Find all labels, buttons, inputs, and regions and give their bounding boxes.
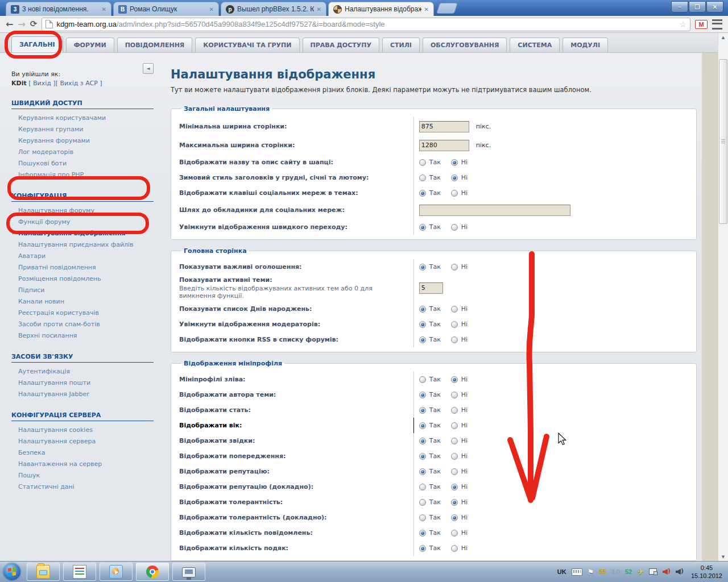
radio-no[interactable] [451,190,458,197]
acp-tab-форуми[interactable]: ФОРУМИ [66,38,114,52]
radio-yes[interactable] [419,159,426,166]
airplane-tray-icon[interactable]: ✈ [637,567,644,576]
taskbar-app-explorer[interactable] [27,563,60,581]
radio-no[interactable] [451,438,458,444]
acp-tab-модулі[interactable]: МОДУЛІ [562,38,608,52]
sidebar-item[interactable]: Керування групами [11,124,154,135]
sidebar-item[interactable]: Керування користувачами [11,113,154,124]
acp-tab-користувачі та групи[interactable]: КОРИСТУВАЧІ ТА ГРУПИ [195,38,299,52]
new-tab-button[interactable] [436,3,458,14]
tab-close-icon[interactable]: ✕ [317,6,321,13]
sidebar-item[interactable]: Налаштування Jabber [11,389,154,400]
logout-acp-link[interactable]: [ Вихід з ACP ] [56,80,102,87]
sidebar-collapse-button[interactable]: ◄ [143,63,154,74]
sidebar-item[interactable]: Інформація про PHP [11,169,154,181]
radio-yes[interactable] [419,453,426,460]
bookmark-star-icon[interactable]: ☆ [679,20,686,29]
radio-yes[interactable] [419,484,426,490]
network-icon[interactable] [649,568,657,575]
radio-no[interactable] [451,321,458,328]
muted-speaker-icon[interactable] [663,568,671,575]
radio-no[interactable] [451,159,458,166]
acp-tab-загальні[interactable]: ЗАГАЛЬНІ [11,36,63,52]
radio-yes[interactable] [419,336,426,343]
sidebar-item[interactable]: Налаштування відображення [11,228,154,239]
sidebar-item[interactable]: Канали новин [11,296,154,307]
language-indicator[interactable]: UK [557,568,566,575]
radio-no[interactable] [451,422,458,429]
acp-tab-стилі[interactable]: СТИЛІ [382,38,420,52]
radio-no[interactable] [451,530,458,537]
radio-no[interactable] [451,499,458,506]
scrollbar-thumb[interactable] [719,59,727,224]
radio-yes[interactable] [419,264,426,271]
back-button[interactable]: ← [6,20,13,29]
radio-no[interactable] [451,174,458,181]
sidebar-item[interactable]: Приватні повідомлення [11,262,154,273]
radio-yes[interactable] [419,514,426,521]
sidebar-item[interactable]: Навантаження на сервер [11,459,154,470]
radio-yes[interactable] [419,407,426,414]
radio-no[interactable] [451,453,458,460]
browser-tab[interactable]: Налаштування відображе✕ [328,2,434,16]
radio-no[interactable] [451,468,458,475]
radio-no[interactable] [451,514,458,521]
radio-yes[interactable] [419,224,426,231]
keyboard-icon[interactable] [572,568,582,576]
sidebar-item[interactable]: Безпека [11,447,154,459]
tab-close-icon[interactable]: ✕ [424,6,429,13]
setting-input[interactable] [419,205,570,216]
radio-no[interactable] [451,376,458,383]
browser-tab[interactable]: BРоман Олищук✕ [113,2,219,16]
sidebar-item[interactable]: Підписи [11,285,154,296]
tab-close-icon[interactable]: ✕ [209,6,214,13]
radio-yes[interactable] [419,174,426,181]
sidebar-item[interactable]: Налаштування cookies [11,425,154,436]
sidebar-item[interactable]: Керування форумами [11,135,154,147]
sidebar-item[interactable]: Засоби проти спам-ботів [11,319,154,330]
radio-no[interactable] [451,392,458,398]
sidebar-item[interactable]: Статистичні дані [11,481,154,493]
sidebar-item[interactable]: Пошукові боти [11,158,154,169]
sidebar-item[interactable]: Розміщення повідомлень [11,273,154,285]
radio-yes[interactable] [419,545,426,552]
radio-no[interactable] [451,224,458,231]
gmail-icon[interactable]: M [695,20,708,29]
forward-button[interactable]: → [18,20,25,29]
taskbar-app-doc[interactable] [63,563,96,581]
radio-yes[interactable] [419,376,426,383]
sidebar-item[interactable]: Аутентифікація [11,366,154,377]
acp-tab-обслуговування[interactable]: ОБСЛУГОВУВАННЯ [423,38,507,52]
taskbar-app-chrome[interactable] [136,563,169,581]
radio-yes[interactable] [419,438,426,444]
acp-tab-повідомлення[interactable]: ПОВІДОМЛЕННЯ [117,38,193,52]
taskbar-app-wmp[interactable] [100,563,133,581]
radio-no[interactable] [451,306,458,313]
tab-close-icon[interactable]: ✕ [102,6,106,13]
scroll-down-arrow-icon[interactable]: ▼ [718,552,728,562]
sidebar-item[interactable]: Верхні посилання [11,330,154,342]
scroll-up-arrow-icon[interactable]: ▲ [718,33,728,42]
browser-tab[interactable]: 33 нові повідомлення.✕ [6,2,111,16]
acp-tab-система[interactable]: СИСТЕМА [510,38,560,52]
setting-input[interactable] [419,121,469,132]
browser-tab[interactable]: pВышел phpBBex 1.5.2. Юб✕ [221,2,326,16]
close-button[interactable]: ✕ [706,1,723,13]
reload-button[interactable]: ⟳ [30,20,38,28]
setting-input[interactable] [419,140,469,151]
sidebar-item[interactable]: Функції форуму [11,217,154,228]
radio-yes[interactable] [419,499,426,506]
minimize-button[interactable]: – [671,1,688,13]
browser-scrollbar[interactable]: ▲ ▼ [718,33,728,562]
radio-yes[interactable] [419,190,426,197]
radio-yes[interactable] [419,321,426,328]
radio-yes[interactable] [419,468,426,475]
address-bar[interactable]: kdgm-team.org.ua/adm/index.php?sid=56570… [42,18,690,31]
sidebar-item[interactable]: Налаштування форуму [11,205,154,217]
sidebar-item[interactable]: Налаштування приєднаних файлів [11,239,154,251]
sidebar-item[interactable]: Налаштування сервера [11,436,154,447]
radio-no[interactable] [451,336,458,343]
radio-no[interactable] [451,545,458,552]
sidebar-item[interactable]: Реєстрація користувачів [11,307,154,319]
start-button[interactable] [3,563,20,580]
